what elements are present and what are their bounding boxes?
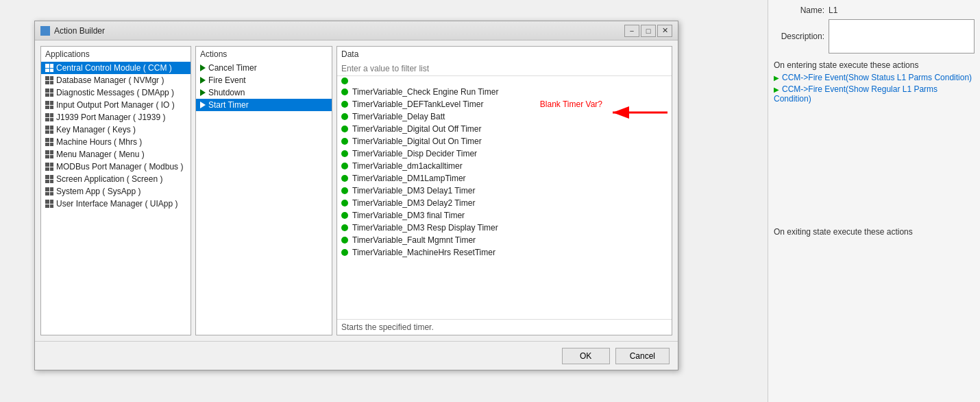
ok-button[interactable]: OK	[562, 348, 610, 364]
actions-header: Actions	[196, 47, 332, 62]
play-icon	[200, 89, 206, 96]
data-header: Data	[337, 47, 672, 62]
right-panel: Name: L1 Description: On entering state …	[768, 0, 980, 402]
applications-list-item[interactable]: MODBus Port Manager ( Modbus )	[41, 161, 191, 173]
data-list-item[interactable]: TimerVariable_Delay Batt	[337, 110, 672, 123]
applications-list-item-label: Database Manager ( NVMgr )	[56, 75, 164, 85]
dialog-window-controls: − □ ✕	[624, 25, 672, 37]
green-dot-icon	[341, 126, 348, 132]
data-list-item[interactable]: TimerVariable_DM3 Resp Display Timer	[337, 222, 672, 234]
applications-list-item[interactable]: Input Output Port Manager ( IO )	[41, 99, 191, 111]
green-dot-icon	[341, 187, 348, 194]
applications-list-item[interactable]: Menu Manager ( Menu )	[41, 148, 191, 161]
data-list-item[interactable]: TimerVariable_Check Engine Run Timer	[337, 86, 672, 98]
name-label: Name:	[774, 5, 829, 15]
applications-list-item[interactable]: System App ( SysApp )	[41, 185, 191, 198]
data-list-item-label: TimerVariable_Disp Decider Timer	[352, 149, 477, 158]
applications-list-item-label: Diagnostic Messages ( DMApp )	[56, 88, 174, 97]
action-builder-dialog: Action Builder − □ ✕ Applications Centra…	[34, 21, 678, 370]
data-list[interactable]: TimerVariable_Check Engine Run TimerTime…	[337, 76, 672, 319]
data-list-item-label: TimerVariable_DEFTankLevel Timer	[352, 99, 483, 109]
dialog-title: Action Builder	[54, 26, 105, 36]
data-list-item[interactable]: TimerVariable_DEFTankLevel Timer	[337, 98, 672, 110]
green-dot-icon	[341, 237, 348, 244]
applications-list-item-label: User Interface Manager ( UIApp )	[56, 199, 177, 209]
green-dot-icon	[341, 88, 348, 95]
data-list-item[interactable]: TimerVariable_MachineHrs ResetTimer	[337, 246, 672, 259]
green-dot-icon	[341, 101, 348, 108]
data-list-item[interactable]	[337, 76, 672, 86]
applications-list-item[interactable]: User Interface Manager ( UIApp )	[41, 198, 191, 210]
applications-list-item-label: Screen Application ( Screen )	[56, 174, 162, 184]
dialog-app-icon	[40, 26, 50, 36]
applications-list-item-label: System App ( SysApp )	[56, 187, 140, 196]
grid-icon	[45, 88, 53, 97]
data-list-item-label: TimerVariable_DM3 final Timer	[352, 211, 465, 220]
applications-list-item[interactable]: Central Control Module ( CCM )	[41, 62, 191, 74]
actions-panel: Actions Cancel TimerFire EventShutdownSt…	[195, 46, 332, 335]
data-list-item[interactable]: TimerVariable_dm1ackalltimer	[337, 160, 672, 172]
applications-list-item[interactable]: Screen Application ( Screen )	[41, 173, 191, 185]
green-dot-icon	[341, 150, 348, 157]
green-dot-icon	[341, 78, 348, 84]
description-input[interactable]	[829, 19, 975, 54]
actions-list-item-label: Fire Event	[208, 75, 246, 85]
maximize-button[interactable]: □	[641, 25, 656, 37]
description-label: Description:	[774, 32, 829, 41]
green-dot-icon	[341, 113, 348, 120]
applications-list-item[interactable]: J1939 Port Manager ( J1939 )	[41, 111, 191, 123]
applications-list-item[interactable]: Machine Hours ( Mhrs )	[41, 136, 191, 148]
applications-list[interactable]: Central Control Module ( CCM )Database M…	[41, 62, 191, 335]
on-entering-section: On entering state execute these actions …	[774, 60, 975, 104]
data-list-item-label: TimerVariable_Digital Out Off Timer	[352, 124, 482, 134]
grid-icon	[45, 138, 53, 146]
grid-icon	[45, 113, 53, 121]
data-list-item-label: TimerVariable_Check Engine Run Timer	[352, 87, 498, 97]
actions-list-item-label: Start Timer	[208, 100, 249, 110]
applications-list-item[interactable]: Database Manager ( NVMgr )	[41, 74, 191, 86]
data-list-item[interactable]: TimerVariable_DM3 Delay1 Timer	[337, 185, 672, 197]
grid-icon	[45, 126, 53, 134]
applications-list-item-label: MODBus Port Manager ( Modbus )	[56, 162, 183, 172]
grid-icon	[45, 64, 53, 72]
actions-list[interactable]: Cancel TimerFire EventShutdownStart Time…	[196, 62, 332, 335]
play-icon	[200, 77, 206, 84]
dialog-title-area: Action Builder	[40, 26, 105, 36]
actions-list-item[interactable]: Fire Event	[196, 74, 332, 86]
data-list-item[interactable]: TimerVariable_Fault Mgmnt Timer	[337, 234, 672, 246]
green-dot-icon	[341, 175, 348, 182]
data-filter-input[interactable]	[337, 62, 672, 76]
grid-icon	[45, 187, 53, 196]
data-list-item[interactable]: TimerVariable_DM1LampTimer	[337, 172, 672, 185]
applications-header: Applications	[41, 47, 191, 62]
data-status-bar: Starts the specified timer.	[337, 319, 672, 335]
green-dot-icon	[341, 200, 348, 206]
data-list-item[interactable]: TimerVariable_Disp Decider Timer	[337, 147, 672, 160]
data-list-item-label: TimerVariable_DM3 Resp Display Timer	[352, 223, 498, 233]
green-dot-icon	[341, 249, 348, 256]
actions-list-item[interactable]: Start Timer	[196, 99, 332, 111]
data-list-item[interactable]: TimerVariable_DM3 Delay2 Timer	[337, 197, 672, 209]
grid-icon	[45, 175, 53, 183]
applications-list-item[interactable]: Diagnostic Messages ( DMApp )	[41, 86, 191, 99]
applications-list-item-label: Input Output Port Manager ( IO )	[56, 100, 175, 110]
minimize-button[interactable]: −	[624, 25, 639, 37]
play-icon	[200, 64, 206, 71]
actions-list-item[interactable]: Shutdown	[196, 86, 332, 99]
entering-action-1[interactable]: CCM->Fire Event(Show Status L1 Parms Con…	[774, 73, 975, 82]
cancel-button[interactable]: Cancel	[615, 348, 670, 364]
data-list-item-label: TimerVariable_Fault Mgmnt Timer	[352, 235, 476, 245]
name-field: Name: L1	[774, 5, 975, 15]
dialog-body: Applications Central Control Module ( CC…	[35, 40, 678, 341]
data-list-item[interactable]: TimerVariable_Digital Out Off Timer	[337, 123, 672, 135]
grid-icon	[45, 150, 53, 158]
entering-action-2[interactable]: CCM->Fire Event(Show Regular L1 Parms Co…	[774, 84, 975, 104]
data-list-item[interactable]: TimerVariable_Digital Out On Timer	[337, 135, 672, 147]
on-exiting-title: On exiting state execute these actions	[774, 227, 975, 237]
applications-list-item[interactable]: Key Manager ( Keys )	[41, 123, 191, 136]
applications-list-item-label: Key Manager ( Keys )	[56, 125, 136, 134]
data-list-item-label: TimerVariable_Delay Batt	[352, 112, 445, 121]
data-list-item[interactable]: TimerVariable_DM3 final Timer	[337, 209, 672, 222]
close-button[interactable]: ✕	[657, 25, 672, 37]
actions-list-item[interactable]: Cancel Timer	[196, 62, 332, 74]
